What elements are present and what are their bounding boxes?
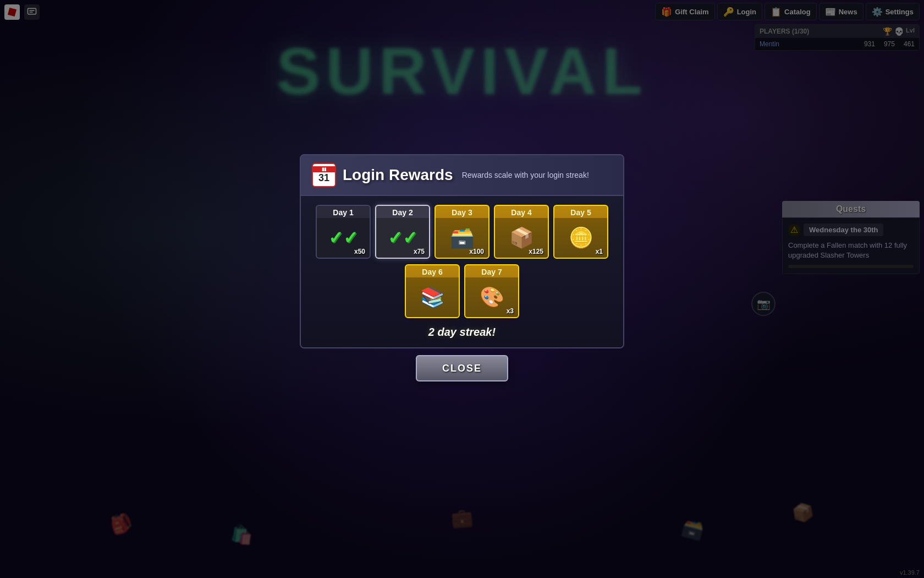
day-6-label: Day 6 [422,265,442,277]
day-1-count: x50 [354,248,365,255]
day-1-reward: ✓✓ x50 [317,218,370,258]
day-2-reward: ✓✓ x75 [376,218,429,258]
day-7-card[interactable]: Day 7 🎨 x3 [464,264,519,318]
days-row2: Day 6 📚 Day 7 🎨 x3 [310,264,614,318]
day-6-reward: 📚 [406,277,459,317]
day-5-label: Day 5 [570,206,591,218]
day-1-label: Day 1 [333,206,353,218]
day-7-count: x3 [507,307,514,315]
day-2-label: Day 2 [392,206,413,218]
day-7-reward: 🎨 x3 [465,277,518,317]
calendar-icon: ▮▮ 31 [312,163,336,187]
modal-title: Login Rewards [343,166,453,184]
close-button[interactable]: CLOSE [416,355,508,381]
day-4-label: Day 4 [511,206,531,218]
day-3-count: x100 [469,248,484,255]
day-6-card[interactable]: Day 6 📚 [405,264,460,318]
day-4-reward: 📦 x125 [495,218,548,258]
day-3-icon: 🗃️ [450,226,475,249]
day-3-card[interactable]: Day 3 🗃️ x100 [435,205,490,259]
day-5-icon: 🪙 [569,226,593,249]
login-rewards-modal: ▮▮ 31 Login Rewards Rewards scale with y… [300,154,624,348]
day-7-label: Day 7 [481,265,502,277]
day-3-reward: 🗃️ x100 [436,218,488,258]
modal-subtitle: Rewards scale with your login streak! [462,171,589,179]
day-2-icon: ✓✓ [388,227,417,248]
day-4-card[interactable]: Day 4 📦 x125 [494,205,549,259]
day-6-icon: 📚 [420,286,445,309]
day-1-icon: ✓✓ [328,227,358,248]
days-row1: Day 1 ✓✓ x50 Day 2 ✓✓ x75 Day 3 🗃️ [310,205,614,259]
day-5-count: x1 [596,248,603,255]
close-label: CLOSE [442,363,482,374]
modal-header: ▮▮ 31 Login Rewards Rewards scale with y… [301,155,623,196]
day-3-label: Day 3 [452,206,472,218]
day-2-card[interactable]: Day 2 ✓✓ x75 [375,205,430,259]
day-4-count: x125 [529,248,543,255]
day-2-count: x75 [414,248,425,255]
day-7-icon: 🎨 [480,286,504,309]
day-5-reward: 🪙 x1 [554,218,607,258]
streak-text: 2 day streak! [310,326,614,339]
day-4-icon: 📦 [509,226,534,249]
modal-body: Day 1 ✓✓ x50 Day 2 ✓✓ x75 Day 3 🗃️ [301,196,623,347]
day-1-card[interactable]: Day 1 ✓✓ x50 [316,205,371,259]
day-5-card[interactable]: Day 5 🪙 x1 [553,205,608,259]
